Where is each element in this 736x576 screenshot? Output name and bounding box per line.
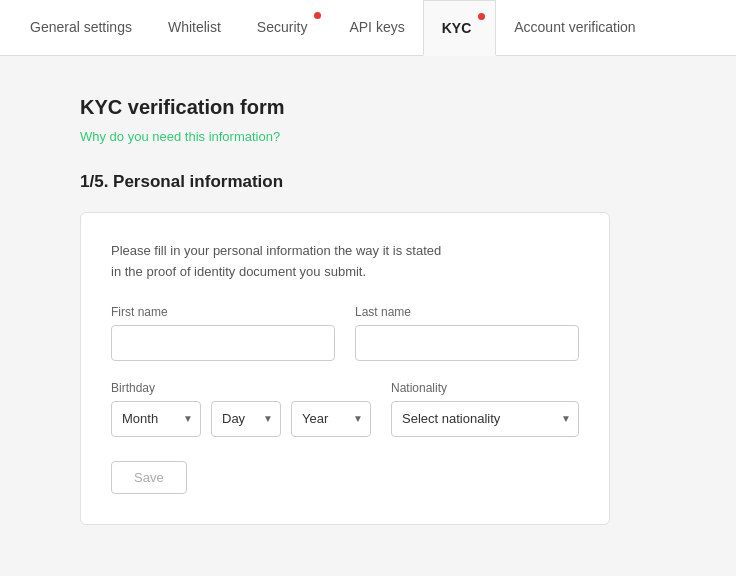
first-name-input[interactable] <box>111 325 335 361</box>
birthday-group: Birthday Month JanuaryFebruaryMarch Apri… <box>111 381 371 437</box>
tab-account-verification[interactable]: Account verification <box>496 0 653 56</box>
form-instruction: Please fill in your personal information… <box>111 241 579 283</box>
nationality-label: Nationality <box>391 381 579 395</box>
why-link[interactable]: Why do you need this information? <box>80 129 656 144</box>
form-title: KYC verification form <box>80 96 656 119</box>
nationality-select[interactable]: Select nationality AmericanBritishCanadi… <box>391 401 579 437</box>
form-card: Please fill in your personal information… <box>80 212 610 525</box>
last-name-group: Last name <box>355 305 579 361</box>
birthday-selects: Month JanuaryFebruaryMarch AprilMayJune … <box>111 401 371 437</box>
security-dot-indicator <box>314 12 321 19</box>
tab-kyc[interactable]: KYC <box>423 0 497 56</box>
birthday-nationality-row: Birthday Month JanuaryFebruaryMarch Apri… <box>111 381 579 437</box>
month-select-wrap: Month JanuaryFebruaryMarch AprilMayJune … <box>111 401 201 437</box>
day-select-wrap: Day for(let i=1;i<=31;i++) document.writ… <box>211 401 281 437</box>
tab-whitelist[interactable]: Whitelist <box>150 0 239 56</box>
year-select-wrap: Year 20262025202420232022202120202019201… <box>291 401 371 437</box>
kyc-dot-indicator <box>478 13 485 20</box>
last-name-input[interactable] <box>355 325 579 361</box>
day-select[interactable]: Day for(let i=1;i<=31;i++) document.writ… <box>211 401 281 437</box>
last-name-label: Last name <box>355 305 579 319</box>
year-select[interactable]: Year 20262025202420232022202120202019201… <box>291 401 371 437</box>
birthday-label: Birthday <box>111 381 371 395</box>
tab-api-keys[interactable]: API keys <box>331 0 422 56</box>
first-name-label: First name <box>111 305 335 319</box>
main-content: KYC verification form Why do you need th… <box>0 56 736 565</box>
first-name-group: First name <box>111 305 335 361</box>
tab-general-settings[interactable]: General settings <box>12 0 150 56</box>
name-row: First name Last name <box>111 305 579 361</box>
month-select[interactable]: Month JanuaryFebruaryMarch AprilMayJune … <box>111 401 201 437</box>
tabs-bar: General settings Whitelist Security API … <box>0 0 736 56</box>
nationality-select-wrap: Select nationality AmericanBritishCanadi… <box>391 401 579 437</box>
step-title: 1/5. Personal information <box>80 172 656 192</box>
nationality-group: Nationality Select nationality AmericanB… <box>391 381 579 437</box>
tab-security[interactable]: Security <box>239 0 332 56</box>
save-button[interactable]: Save <box>111 461 187 494</box>
